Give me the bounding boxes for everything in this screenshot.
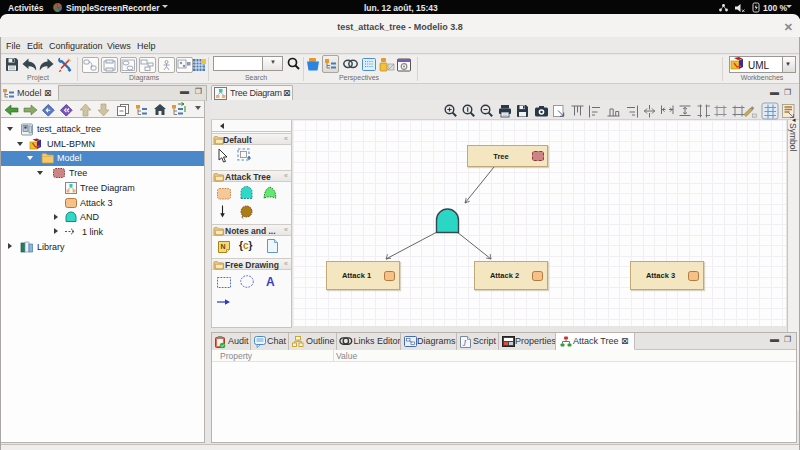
svg-text:N: N xyxy=(221,243,226,250)
svg-text:J: J xyxy=(463,339,467,348)
